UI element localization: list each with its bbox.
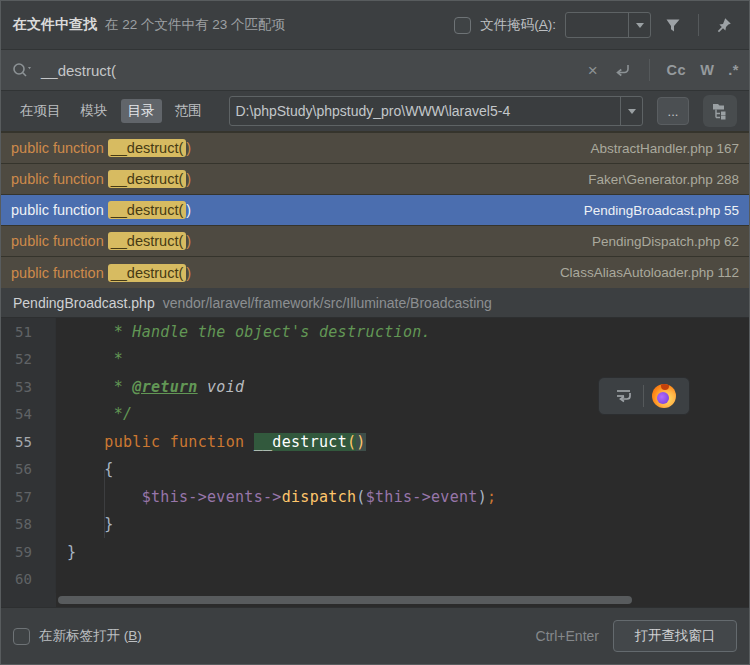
result-row[interactable]: public function __destruct()PendingBroad…	[1, 195, 749, 226]
line-number[interactable]: 59	[1, 538, 56, 566]
whole-words-toggle[interactable]: W	[700, 62, 714, 78]
open-in-new-tab-label: 在新标签打开 (B)	[39, 627, 142, 645]
search-icon[interactable]	[11, 61, 33, 79]
file-mask-combo[interactable]	[565, 12, 651, 38]
code-content: public function __destruct()	[56, 433, 366, 451]
result-code-suffix: )	[186, 171, 191, 187]
search-divider	[649, 59, 650, 81]
result-match-highlight: __destruct(	[108, 170, 187, 188]
code-token: ->	[263, 488, 282, 506]
code-token: $this	[142, 488, 189, 506]
indent-guide	[104, 470, 105, 538]
chevron-down-icon	[636, 23, 644, 28]
browse-directory-button[interactable]: ...	[657, 97, 689, 125]
code-line: 59}	[1, 538, 749, 566]
open-in-find-window-button[interactable]	[703, 95, 737, 127]
editor-floating-toolbar	[598, 377, 690, 415]
result-match-highlight: __destruct(	[108, 232, 187, 250]
file-mask-dropdown-button[interactable]	[628, 13, 650, 37]
code-line: 58 }	[1, 511, 749, 539]
result-file-location: AbstractHandler.php 167	[590, 141, 739, 156]
result-row[interactable]: public function __destruct()PendingDispa…	[1, 226, 749, 257]
line-number[interactable]: 56	[1, 456, 56, 484]
filter-button[interactable]	[660, 12, 686, 38]
directory-combo[interactable]: D:\phpStudy\phpstudy_pro\WWW\laravel5-4	[229, 96, 644, 126]
code-line: 56 {	[1, 456, 749, 484]
code-content: {	[56, 460, 114, 478]
result-code-suffix: )	[186, 233, 191, 249]
results-list: public function __destruct()AbstractHand…	[1, 131, 749, 288]
code-token: }	[67, 543, 76, 561]
file-mask-checkbox[interactable]	[454, 17, 471, 34]
result-code-prefix: public function	[11, 140, 108, 156]
result-code-prefix: public function	[11, 202, 108, 218]
result-row[interactable]: public function __destruct()Faker\Genera…	[1, 164, 749, 195]
result-code-suffix: )	[186, 265, 191, 281]
firefox-browser-icon[interactable]	[652, 384, 676, 408]
scope-tab-in-project[interactable]: 在项目	[13, 99, 68, 123]
preview-file-path: vendor/laravel/framework/src/Illuminate/…	[163, 295, 492, 311]
gutter-extension	[1, 593, 56, 607]
code-token: $this	[366, 488, 413, 506]
code-token: __destruct	[254, 433, 347, 451]
code-token: void	[207, 378, 244, 396]
code-token: * Handle the object's destruction.	[67, 323, 431, 341]
search-input[interactable]: __destruct(	[41, 62, 588, 79]
code-token: ->	[412, 488, 431, 506]
code-preview-editor[interactable]: 51 * Handle the object's destruction.52 …	[1, 318, 749, 607]
horizontal-scrollbar-thumb[interactable]	[58, 596, 632, 604]
line-number[interactable]: 52	[1, 346, 56, 374]
code-token: */	[67, 405, 132, 423]
chevron-down-icon	[628, 109, 636, 114]
line-number[interactable]: 57	[1, 483, 56, 511]
scope-tab-directory[interactable]: 目录	[121, 99, 162, 123]
open-in-new-tab-checkbox[interactable]	[13, 628, 30, 645]
result-row[interactable]: public function __destruct()AbstractHand…	[1, 133, 749, 164]
folder-tree-icon	[710, 101, 730, 121]
code-token: ;	[487, 488, 496, 506]
regex-toggle[interactable]: .*	[728, 62, 739, 78]
line-number[interactable]: 60	[1, 566, 56, 594]
soft-wrap-icon[interactable]	[613, 385, 635, 407]
line-number[interactable]: 51	[1, 318, 56, 346]
clear-search-icon[interactable]: ×	[588, 62, 598, 79]
line-number[interactable]: 54	[1, 401, 56, 429]
pin-button[interactable]	[711, 12, 737, 38]
result-code-prefix: public function	[11, 265, 108, 281]
search-bar: __destruct( × Cc W .*	[1, 49, 749, 91]
result-row[interactable]: public function __destruct()ClassAliasAu…	[1, 257, 749, 288]
horizontal-scrollbar[interactable]	[1, 593, 749, 607]
code-token: ->	[188, 488, 207, 506]
dialog-footer: 在新标签打开 (B) Ctrl+Enter 打开查找窗口	[1, 607, 749, 664]
shortcut-hint: Ctrl+Enter	[536, 628, 599, 644]
code-token: }	[67, 515, 114, 533]
match-case-toggle[interactable]: Cc	[667, 62, 687, 78]
code-line: 57 $this->events->dispatch($this->event)…	[1, 483, 749, 511]
line-number[interactable]: 53	[1, 373, 56, 401]
result-code-suffix: )	[186, 140, 191, 156]
result-match-highlight: __destruct(	[108, 264, 187, 282]
code-token	[198, 378, 207, 396]
line-number[interactable]: 58	[1, 511, 56, 539]
pin-icon	[715, 16, 733, 34]
scope-tab-scope[interactable]: 范围	[168, 99, 209, 123]
result-match-highlight: __destruct(	[108, 139, 187, 157]
scope-bar: 在项目 模块 目录 范围 D:\phpStudy\phpstudy_pro\WW…	[1, 91, 749, 131]
toolbar-divider	[643, 385, 644, 407]
code-token: public	[104, 433, 160, 451]
code-token: )	[356, 433, 365, 451]
open-find-window-button[interactable]: 打开查找窗口	[613, 620, 737, 652]
code-token	[160, 433, 169, 451]
scope-tab-module[interactable]: 模块	[74, 99, 115, 123]
dialog-title: 在文件中查找	[13, 16, 97, 34]
line-number[interactable]: 55	[1, 428, 56, 456]
filter-funnel-icon	[664, 16, 682, 34]
result-file-location: PendingBroadcast.php 55	[584, 203, 739, 218]
code-token: events	[207, 488, 263, 506]
directory-path: D:\phpStudy\phpstudy_pro\WWW\laravel5-4	[230, 103, 621, 119]
newline-icon[interactable]	[612, 60, 632, 80]
code-token: )	[478, 488, 487, 506]
code-content: }	[56, 543, 76, 561]
directory-dropdown-button[interactable]	[620, 97, 642, 125]
code-line: 51 * Handle the object's destruction.	[1, 318, 749, 346]
